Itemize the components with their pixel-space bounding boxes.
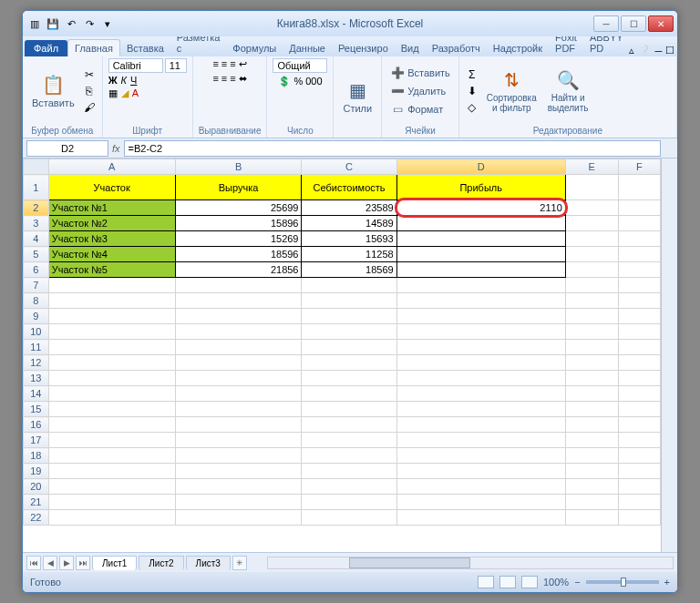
clear-icon[interactable]: ◇ [465,100,479,115]
tab-home[interactable]: Главная [67,39,120,56]
delete-cells-button[interactable]: ➖Удалить [387,83,453,99]
cell[interactable] [618,216,660,231]
cell[interactable]: 15896 [175,216,302,231]
cut-icon[interactable]: ✂ [82,67,97,82]
new-sheet-icon[interactable]: ✳ [232,556,247,570]
vertical-scrollbar[interactable] [661,158,677,552]
horizontal-scrollbar[interactable] [267,557,674,569]
row-header[interactable]: 13 [24,371,49,386]
row-header[interactable]: 1 [24,175,49,200]
align-top-icon[interactable]: ≡ [212,58,218,70]
col-header-f[interactable]: F [618,159,660,175]
maximize-button[interactable]: ☐ [621,15,646,32]
col-header-d[interactable]: D [396,159,565,175]
row-header[interactable]: 10 [24,324,49,340]
doc-min-icon[interactable]: ─ [654,46,662,56]
row-header[interactable]: 12 [24,355,49,371]
italic-button[interactable]: К [121,75,127,86]
styles-button[interactable]: ▦ Стили [339,77,376,116]
excel-icon[interactable]: ▥ [26,15,43,32]
cell[interactable]: 15269 [175,231,302,247]
tab-addins[interactable]: Надстройк [487,40,549,56]
border-button[interactable]: ▦ [108,87,118,99]
cell[interactable] [618,262,660,278]
cell[interactable]: 18596 [175,247,302,262]
row-header[interactable]: 11 [24,340,49,355]
row-header[interactable]: 19 [24,464,49,479]
align-left-icon[interactable]: ≡ [212,73,218,85]
col-header-c[interactable]: C [302,159,396,175]
normal-view-button[interactable] [478,576,494,588]
page-break-view-button[interactable] [521,576,538,588]
doc-restore-icon[interactable]: ☐ [665,45,674,56]
paste-button[interactable]: 📋 Вставить [28,72,78,110]
sort-filter-button[interactable]: ⇅ Сортировка и фильтр [483,67,540,115]
row-header[interactable]: 6 [24,262,49,278]
autosum-icon[interactable]: Σ [465,67,479,82]
first-sheet-icon[interactable]: ⏮ [26,556,41,570]
row-header[interactable]: 14 [24,386,49,402]
cell[interactable] [396,247,565,262]
row-header[interactable]: 9 [24,309,49,324]
cell[interactable] [618,247,660,262]
cell[interactable]: Участок №3 [48,231,175,247]
cell[interactable] [565,247,618,262]
tab-insert[interactable]: Вставка [120,40,170,56]
zoom-slider[interactable] [586,580,659,584]
tab-review[interactable]: Рецензиро [332,40,395,56]
tab-data[interactable]: Данные [283,40,332,56]
sheet-tab-3[interactable]: Лист3 [186,556,231,570]
row-header[interactable]: 16 [24,417,49,433]
cell[interactable]: 21856 [175,262,302,278]
percent-icon[interactable]: % [293,76,303,87]
close-button[interactable]: ✕ [648,15,674,32]
font-color-button[interactable]: A [132,87,139,99]
cell[interactable]: 18569 [302,262,396,278]
cell[interactable] [618,175,660,200]
copy-icon[interactable]: ⎘ [82,84,97,98]
cell[interactable]: 14589 [302,216,396,231]
save-icon[interactable]: 💾 [45,15,61,32]
sheet-tab-2[interactable]: Лист2 [139,556,183,570]
merge-icon[interactable]: ⬌ [239,73,247,85]
tab-view[interactable]: Вид [395,40,426,56]
fx-icon[interactable]: fx [112,143,120,154]
cell[interactable]: Прибыль [396,175,565,200]
help-icon[interactable]: ❔ [638,45,651,56]
insert-cells-button[interactable]: ➕Вставить [387,65,453,81]
spreadsheet-grid[interactable]: A B C D E F 1 Участок Выручка Себистоимо… [23,158,661,526]
next-sheet-icon[interactable]: ▶ [59,556,74,570]
formula-bar[interactable]: =B2-C2 [124,140,661,157]
cell[interactable]: Участок №5 [48,262,175,278]
align-bot-icon[interactable]: ≡ [230,58,235,70]
fill-icon[interactable]: ⬇ [465,84,479,98]
redo-icon[interactable]: ↷ [81,15,98,32]
number-format-select[interactable]: Общий [273,58,327,73]
row-header[interactable]: 21 [24,495,49,510]
font-size-select[interactable]: 11 [165,58,187,73]
cell[interactable] [565,175,618,200]
format-cells-button[interactable]: ▭Формат [387,101,453,118]
row-header[interactable]: 3 [24,216,49,231]
col-header-b[interactable]: B [175,159,302,175]
cell[interactable] [396,216,565,231]
col-header-a[interactable]: A [48,159,175,175]
fill-color-button[interactable]: ◢ [121,87,129,99]
cell[interactable]: Выручка [175,175,302,200]
comma-icon[interactable]: 000 [305,76,322,87]
row-header[interactable]: 22 [24,510,49,526]
row-header[interactable]: 8 [24,293,49,309]
bold-button[interactable]: Ж [108,75,118,86]
minimize-button[interactable]: ─ [593,15,619,32]
col-header-e[interactable]: E [565,159,618,175]
sheet-tab-1[interactable]: Лист1 [92,556,137,570]
qat-dropdown-icon[interactable]: ▾ [99,15,116,32]
cell[interactable]: Участок [48,175,175,200]
cell[interactable]: 23589 [302,200,396,216]
cell[interactable]: 11258 [302,247,396,262]
cell-d2-active[interactable]: 2110 [396,200,565,216]
align-center-icon[interactable]: ≡ [221,73,227,85]
cell[interactable] [396,231,565,247]
cell[interactable] [618,231,660,247]
align-right-icon[interactable]: ≡ [230,73,235,85]
